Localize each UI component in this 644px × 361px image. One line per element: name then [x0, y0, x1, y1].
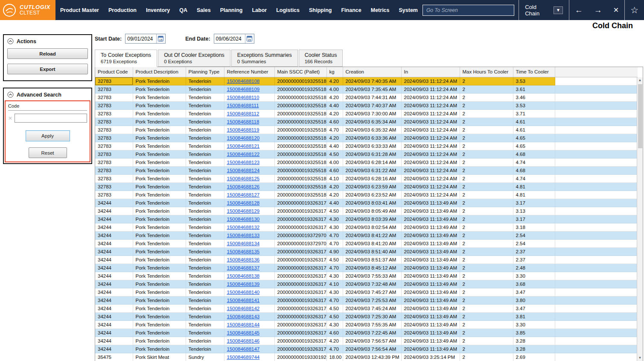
column-header-main-sscc-pallet-[interactable]: Main SSCC (Pallet): [274, 67, 326, 77]
table-row[interactable]: 34244Pork TenderloinTenderloin1500846881…: [95, 272, 638, 280]
table-row[interactable]: 32783Pork TenderloinTenderloin1500846881…: [95, 109, 638, 117]
table-row[interactable]: 34244Pork TenderloinTenderloin1500846881…: [95, 264, 638, 272]
table-row[interactable]: 32783Pork TenderloinTenderloin1500846881…: [95, 191, 638, 199]
reference-number-link[interactable]: 150084688129: [227, 208, 260, 214]
reference-number-link[interactable]: 150084688139: [227, 282, 260, 287]
tab-cooler-status[interactable]: Cooler Status166 Records: [299, 50, 343, 67]
column-header-max-hours-to-cooler[interactable]: Max Hours To Cooler: [460, 67, 513, 77]
column-header-in[interactable]: In: [401, 67, 460, 77]
table-row[interactable]: 34244Pork TenderloinTenderloin1500846881…: [95, 288, 638, 296]
reference-number-link[interactable]: 150084688142: [227, 306, 260, 311]
menu-item-logistics[interactable]: Logistics: [271, 0, 304, 20]
reference-number-link[interactable]: 150084688125: [227, 176, 260, 181]
reset-button[interactable]: Reset: [29, 147, 67, 158]
menu-item-inventory[interactable]: Inventory: [141, 0, 175, 20]
actions-panel-header[interactable]: Actions: [4, 35, 91, 47]
reference-number-link[interactable]: 150084688132: [227, 225, 260, 230]
menu-item-labor[interactable]: Labor: [247, 0, 271, 20]
reference-number-link[interactable]: 150084688141: [227, 298, 260, 303]
reference-number-link[interactable]: 150084688134: [227, 241, 260, 246]
reference-number-link[interactable]: 150084688144: [227, 322, 260, 327]
reference-number-link[interactable]: 150084688118: [227, 119, 259, 124]
menu-item-system[interactable]: System: [394, 0, 423, 20]
column-header-time-to-cooler[interactable]: Time To Cooler: [513, 67, 555, 77]
end-date-calendar-button[interactable]: 15: [245, 34, 254, 43]
reference-number-link[interactable]: 150084688108: [227, 79, 260, 84]
close-icon[interactable]: ✕: [608, 0, 624, 20]
table-row[interactable]: 32783Pork TenderloinTenderloin1500846881…: [95, 85, 638, 93]
start-date-input[interactable]: [125, 36, 156, 42]
reference-number-link[interactable]: 150084688136: [227, 257, 260, 262]
reference-number-link[interactable]: 150084688109: [227, 87, 260, 92]
table-row[interactable]: 32783Pork TenderloinTenderloin1500846881…: [95, 134, 638, 142]
reference-number-link[interactable]: 150084688112: [227, 111, 259, 116]
menu-item-sales[interactable]: Sales: [192, 0, 216, 20]
menu-item-production[interactable]: Production: [104, 0, 141, 20]
table-row[interactable]: 32783Pork TenderloinTenderloin1500846881…: [95, 150, 638, 158]
reference-number-link[interactable]: 150084689744: [227, 355, 260, 360]
reference-number-link[interactable]: 150084688147: [227, 346, 260, 352]
screen-selector-dropdown[interactable]: Cold Chain ▼: [519, 4, 569, 17]
tab-out-of-cooler-exceptions[interactable]: Out Of Cooler Exceptions0 Exceptions: [158, 50, 230, 67]
table-row[interactable]: 32783Pork TenderloinTenderloin1500846881…: [95, 166, 638, 174]
reference-number-link[interactable]: 150084688124: [227, 168, 260, 173]
reference-number-link[interactable]: 150084688119: [227, 127, 259, 132]
column-header-product-description[interactable]: Product Description: [133, 67, 186, 77]
reference-number-link[interactable]: 150084688122: [227, 152, 260, 157]
table-row[interactable]: 32783Pork TenderloinTenderloin1500846881…: [95, 126, 638, 134]
table-row[interactable]: 34244Pork TenderloinTenderloin1500846881…: [95, 296, 638, 304]
table-row[interactable]: 32783Pork TenderloinTenderloin1500846881…: [95, 182, 638, 191]
table-row[interactable]: 32783Pork TenderloinTenderloin1500846881…: [95, 142, 638, 150]
table-row[interactable]: 32783Pork TenderloinTenderloin1500846881…: [95, 77, 638, 85]
reference-number-link[interactable]: 150084688135: [227, 249, 260, 254]
scroll-up-icon[interactable]: ▲: [638, 77, 642, 83]
vertical-scrollbar[interactable]: ▲ ▼: [637, 77, 643, 361]
column-header-reference-number[interactable]: Reference Number: [224, 67, 274, 77]
menu-item-finance[interactable]: Finance: [336, 0, 366, 20]
column-header-planning-type[interactable]: Planning Type: [186, 67, 224, 77]
menu-item-planning[interactable]: Planning: [216, 0, 248, 20]
advanced-search-panel-header[interactable]: Advanced Search: [4, 88, 91, 100]
column-header-kg[interactable]: kg: [326, 67, 343, 77]
table-row[interactable]: 34244Pork TenderloinTenderloin1500846881…: [95, 199, 638, 207]
chevron-down-icon[interactable]: ▼: [554, 6, 563, 14]
table-row[interactable]: 32783Pork TenderloinTenderloin1500846881…: [95, 117, 638, 126]
collapse-chevron-icon[interactable]: [7, 91, 14, 98]
reference-number-link[interactable]: 150084688120: [227, 135, 260, 141]
reference-number-link[interactable]: 150084688123: [227, 160, 260, 165]
reference-number-link[interactable]: 150084688130: [227, 217, 260, 222]
reference-number-link[interactable]: 150084688138: [227, 273, 260, 279]
table-row[interactable]: 34244Pork TenderloinTenderloin1500846881…: [95, 247, 638, 255]
reference-number-link[interactable]: 150084688146: [227, 338, 260, 343]
reference-number-link[interactable]: 150084688111: [227, 103, 259, 108]
menu-item-metrics[interactable]: Metrics: [366, 0, 394, 20]
end-date-input[interactable]: [214, 36, 245, 42]
favorite-star-icon[interactable]: ☆: [625, 0, 644, 20]
reference-number-link[interactable]: 150084688110: [227, 95, 259, 100]
reference-number-link[interactable]: 150084688121: [227, 144, 260, 149]
table-row[interactable]: 34244Pork TenderloinTenderloin1500846881…: [95, 337, 638, 345]
reference-number-link[interactable]: 150084688127: [227, 192, 260, 197]
forward-arrow-icon[interactable]: →: [589, 0, 608, 20]
table-row[interactable]: 34244Pork TenderloinTenderloin1500846881…: [95, 312, 638, 320]
reference-number-link[interactable]: 150084688143: [227, 314, 260, 319]
back-arrow-icon[interactable]: ←: [569, 0, 589, 20]
table-row[interactable]: 34244Pork TenderloinTenderloin1500846881…: [95, 280, 638, 288]
table-row[interactable]: 32783Pork TenderloinTenderloin1500846881…: [95, 174, 638, 182]
menu-item-shipping[interactable]: Shipping: [304, 0, 336, 20]
tab-to-cooler-exceptions[interactable]: To Cooler Exceptions6719 Exceptions: [95, 50, 157, 67]
table-row[interactable]: 32783Pork TenderloinTenderloin1500846881…: [95, 101, 638, 109]
scroll-down-icon[interactable]: ▼: [638, 355, 642, 361]
column-header-product-code[interactable]: Product Code: [95, 67, 133, 77]
table-row[interactable]: 34244Pork TenderloinTenderloin1500846881…: [95, 239, 638, 247]
table-row[interactable]: 34244Pork TenderloinTenderloin1500846881…: [95, 207, 638, 215]
start-date-calendar-button[interactable]: 15: [156, 34, 165, 43]
table-row[interactable]: 34244Pork TenderloinTenderloin1500846881…: [95, 231, 638, 239]
table-row[interactable]: 32783Pork TenderloinTenderloin1500846881…: [95, 93, 638, 101]
table-row[interactable]: 34244Pork TenderloinTenderloin1500846881…: [95, 345, 638, 353]
scrollbar-thumb[interactable]: [638, 84, 642, 148]
table-row[interactable]: 34244Pork TenderloinTenderloin1500846881…: [95, 255, 638, 264]
export-button[interactable]: Export: [7, 64, 88, 74]
collapse-chevron-icon[interactable]: [7, 38, 14, 44]
reference-number-link[interactable]: 150084688140: [227, 290, 260, 295]
